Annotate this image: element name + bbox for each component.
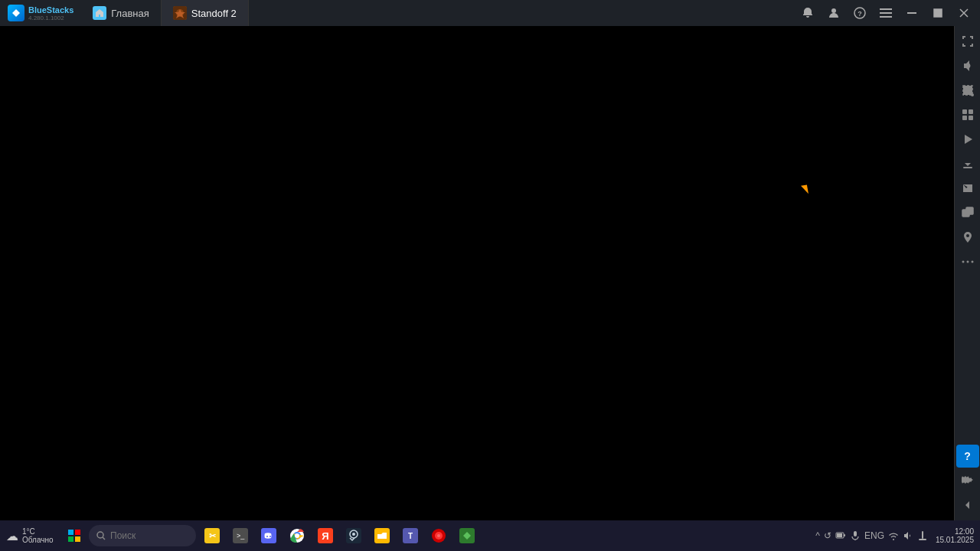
svg-marker-0 [12,9,20,17]
import-apk-button[interactable] [956,152,979,175]
tab-standoff[interactable]: Standoff 2 [162,0,249,26]
tray-volume-icon [903,530,913,541]
tray-mic-icon [850,530,861,541]
tray-expand-icon[interactable]: ^ [815,530,820,541]
cursor [801,184,808,194]
standoff-tab-icon [173,6,187,20]
svg-point-40 [295,533,299,538]
svg-rect-10 [934,9,942,17]
weather-condition: Облачно [22,536,54,544]
taskbar-app-snipping[interactable]: ✂ [199,523,225,549]
taskbar-app-chrome[interactable] [284,523,310,549]
notifications-button[interactable] [795,2,820,24]
game-controls-button[interactable] [956,128,979,151]
taskbar-app-yandex[interactable]: Я [312,523,338,549]
taskbar-app-red[interactable] [426,523,452,549]
svg-rect-59 [922,531,923,539]
help-button[interactable]: ? [848,2,872,24]
weather-temp: 1°C [22,527,54,536]
system-clock: 12:00 15.01.2025 [932,527,974,544]
start-button[interactable] [63,524,86,547]
title-bar: BlueStacks 4.280.1.1002 Главная Standoff… [0,0,980,26]
svg-rect-55 [844,534,845,536]
svg-text:>_: >_ [237,532,245,540]
svg-rect-15 [962,109,967,114]
home-tab-label: Главная [111,8,149,19]
taskbar-app-files[interactable] [369,523,395,549]
bluestacks-version: 4.280.1.1002 [28,15,74,21]
account-button[interactable] [822,2,846,24]
svg-point-14 [971,93,974,96]
svg-rect-7 [880,12,892,14]
svg-rect-20 [963,167,972,168]
taskbar: ☁ 1°C Облачно ✂ >_ [0,520,980,551]
bluestacks-text: BlueStacks 4.280.1.1002 [28,5,74,21]
taskbar-apps: ✂ >_ [199,523,812,549]
svg-rect-6 [880,8,892,10]
svg-point-45 [352,533,355,536]
clock-time: 12:00 [955,527,974,536]
weather-widget: ☁ 1°C Облачно [6,527,60,544]
back-sidebar-button[interactable] [956,494,979,517]
tab-home[interactable]: Главная [81,0,161,26]
media-button[interactable] [956,177,979,200]
home-tab-icon [93,6,106,20]
weather-icon: ☁ [6,529,18,543]
svg-point-24 [962,261,964,263]
svg-rect-8 [880,16,892,18]
taskbar-app-steam[interactable] [341,523,367,549]
more-button[interactable] [956,250,979,273]
multi-instance-button[interactable] [956,201,979,224]
weather-text: 1°C Облачно [22,527,54,544]
settings-sidebar-button[interactable] [956,469,979,492]
search-input[interactable] [110,530,172,541]
taskbar-app-green[interactable] [454,523,480,549]
bluestacks-icon [8,5,24,21]
taskbar-app-terminal[interactable]: >_ [227,523,253,549]
menu-button[interactable] [874,2,898,24]
svg-rect-58 [919,539,926,540]
taskbar-search[interactable] [89,525,196,546]
location-button[interactable] [956,226,979,249]
screenshot-selection-button[interactable] [956,79,979,102]
game-area[interactable] [0,26,954,520]
bluestacks-logo: BlueStacks 4.280.1.1002 [0,0,81,26]
svg-rect-30 [75,536,80,542]
svg-point-3 [831,8,836,13]
svg-text:T: T [408,532,413,540]
tray-refresh-icon[interactable]: ↺ [824,530,831,541]
taskbar-app-discord[interactable] [256,523,282,549]
tray-lang[interactable]: ENG [864,530,884,541]
standoff-tab-label: Standoff 2 [191,8,237,19]
svg-point-31 [97,532,103,538]
minimize-button[interactable] [900,2,924,24]
taskbar-app-teams[interactable]: T [397,523,423,549]
svg-rect-28 [75,530,80,535]
svg-rect-54 [837,533,842,537]
svg-rect-23 [966,207,973,214]
help-sidebar-button[interactable]: ? [956,445,979,468]
main-area: ? [0,26,980,520]
svg-rect-13 [963,86,972,95]
right-sidebar: ? [954,26,980,520]
svg-point-26 [971,261,973,263]
macro-button[interactable] [956,103,979,126]
tab-bar: Главная Standoff 2 [81,0,795,26]
tray-wifi-icon [888,530,899,541]
restore-button[interactable] [926,2,950,24]
svg-rect-17 [962,116,967,120]
svg-text:✂: ✂ [209,531,217,540]
svg-point-21 [969,186,972,188]
svg-rect-56 [854,531,857,536]
svg-point-51 [437,534,440,537]
svg-point-25 [966,261,969,263]
close-button[interactable] [952,2,976,24]
tray-battery-icon [835,530,846,541]
fullscreen-button[interactable] [956,30,979,53]
svg-rect-9 [907,12,916,14]
title-bar-controls: ? [795,2,980,24]
taskbar-tray: ^ ↺ ENG 12:00 15.01.2025 [815,527,974,544]
volume-button[interactable] [956,54,979,77]
svg-marker-19 [965,135,972,144]
tray-notification-icon [917,530,928,541]
